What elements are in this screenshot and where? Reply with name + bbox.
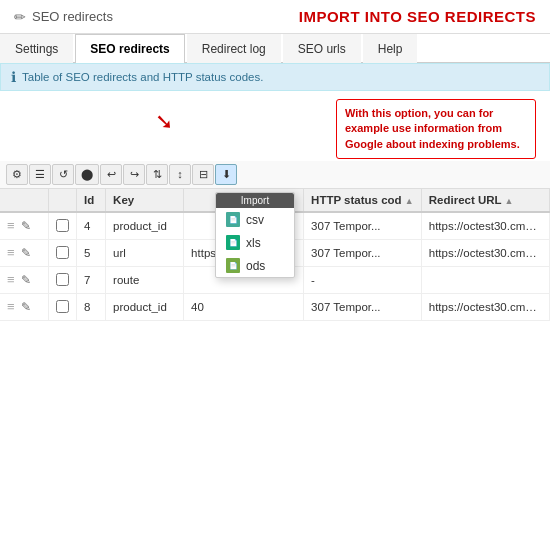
row3-url xyxy=(421,267,549,294)
col-status-header: HTTP status cod ▲ xyxy=(304,189,422,212)
row1-id: 4 xyxy=(76,212,105,240)
row1-key: product_id xyxy=(106,212,184,240)
csv-icon: 📄 xyxy=(226,212,240,227)
row4-key: product_id xyxy=(106,294,184,321)
redo-button[interactable]: ↪ xyxy=(123,164,145,185)
row4-value: 40 xyxy=(184,294,304,321)
refresh-button[interactable]: ↺ xyxy=(52,164,74,185)
header-title: SEO redirects xyxy=(32,9,113,24)
tab-settings[interactable]: Settings xyxy=(0,34,73,63)
drag-handle-icon[interactable]: ≡ xyxy=(7,272,15,287)
row2-key: url xyxy=(106,240,184,267)
row3-status: - xyxy=(304,267,422,294)
col-url-header: Redirect URL ▲ xyxy=(421,189,549,212)
col-checkbox-header xyxy=(48,189,76,212)
import-dropdown-menu: Import 📄 csv 📄 xls 📄 ods xyxy=(215,192,295,278)
import-dropdown-container: ⬇ Import 📄 csv 📄 xls 📄 ods xyxy=(215,164,237,185)
tab-seo-redirects[interactable]: SEO redirects xyxy=(75,34,184,63)
tabs-bar: Settings SEO redirects Redirect log SEO … xyxy=(0,34,550,63)
sort-arrows-status: ▲ xyxy=(405,196,414,206)
row2-checkbox-cell xyxy=(48,240,76,267)
menu-button[interactable]: ☰ xyxy=(29,164,51,185)
edit-button-row4[interactable]: ✎ xyxy=(18,299,34,315)
row2-actions: ≡ ✎ xyxy=(0,240,48,267)
drag-handle-icon[interactable]: ≡ xyxy=(7,299,15,314)
row1-url: https://octest30.cmstory.co... cinema-30 xyxy=(421,212,549,240)
arrow-icon: ➘ xyxy=(155,109,173,135)
csv-label: csv xyxy=(246,213,264,227)
row2-status: 307 Tempor... xyxy=(304,240,422,267)
row4-checkbox[interactable] xyxy=(56,300,69,313)
edit-button-row3[interactable]: ✎ xyxy=(18,272,34,288)
table-row: ≡ ✎ 8 product_id 40 307 Tempor... https:… xyxy=(0,294,550,321)
row2-id: 5 xyxy=(76,240,105,267)
row1-status: 307 Tempor... xyxy=(304,212,422,240)
sort-arrows-url: ▲ xyxy=(505,196,514,206)
settings-button[interactable]: ⚙ xyxy=(6,164,28,185)
col-key-label: Key xyxy=(113,194,134,206)
annotation-text: With this option, you can for example us… xyxy=(345,107,520,150)
row1-checkbox-cell xyxy=(48,212,76,240)
drag-handle-icon[interactable]: ≡ xyxy=(7,245,15,260)
col-id-header: Id xyxy=(76,189,105,212)
import-xls-item[interactable]: 📄 xls xyxy=(216,231,294,254)
annotation-box: With this option, you can for example us… xyxy=(336,99,536,159)
pencil-icon: ✏ xyxy=(14,9,26,25)
import-ods-item[interactable]: 📄 ods xyxy=(216,254,294,277)
col-status-label: HTTP status cod xyxy=(311,194,402,206)
tab-help[interactable]: Help xyxy=(363,34,418,63)
tab-redirect-log[interactable]: Redirect log xyxy=(187,34,281,63)
header-left: ✏ SEO redirects xyxy=(14,9,113,25)
import-button[interactable]: ⬇ xyxy=(215,164,237,185)
row4-actions: ≡ ✎ xyxy=(0,294,48,321)
undo-button[interactable]: ↩ xyxy=(100,164,122,185)
info-bar: ℹ Table of SEO redirects and HTTP status… xyxy=(0,63,550,91)
sort-desc-button[interactable]: ↕ xyxy=(169,164,191,185)
row3-actions: ≡ ✎ xyxy=(0,267,48,294)
col-actions-header xyxy=(0,189,48,212)
row2-checkbox[interactable] xyxy=(56,246,69,259)
row1-actions: ≡ ✎ xyxy=(0,212,48,240)
col-key-header: Key xyxy=(106,189,184,212)
info-icon: ℹ xyxy=(11,69,16,85)
row2-url: https://octest30.cmstory.co... cinema-30 xyxy=(421,240,549,267)
ods-label: ods xyxy=(246,259,265,273)
row3-key: route xyxy=(106,267,184,294)
col-url-label: Redirect URL xyxy=(429,194,502,206)
row3-checkbox-cell xyxy=(48,267,76,294)
sort-asc-button[interactable]: ⇅ xyxy=(146,164,168,185)
col-id-label: Id xyxy=(84,194,94,206)
toolbar: ⚙ ☰ ↺ ⬤ ↩ ↪ ⇅ ↕ ⊟ ⬇ Import 📄 csv 📄 xls xyxy=(0,161,550,189)
drag-handle-icon[interactable]: ≡ xyxy=(7,218,15,233)
row4-url: https://octest30.cmstory.co... xyxy=(421,294,549,321)
row1-checkbox[interactable] xyxy=(56,219,69,232)
stop-button[interactable]: ⬤ xyxy=(75,164,99,185)
xls-icon: 📄 xyxy=(226,235,240,250)
filter-button[interactable]: ⊟ xyxy=(192,164,214,185)
ods-icon: 📄 xyxy=(226,258,240,273)
info-text: Table of SEO redirects and HTTP status c… xyxy=(22,71,263,83)
import-csv-item[interactable]: 📄 csv xyxy=(216,208,294,231)
annotation-area: ➘ With this option, you can for example … xyxy=(0,91,550,161)
row4-status: 307 Tempor... xyxy=(304,294,422,321)
top-header: ✏ SEO redirects IMPORT INTO SEO REDIRECT… xyxy=(0,0,550,34)
row3-id: 7 xyxy=(76,267,105,294)
edit-button-row1[interactable]: ✎ xyxy=(18,218,34,234)
tab-seo-urls[interactable]: SEO urls xyxy=(283,34,361,63)
row3-checkbox[interactable] xyxy=(56,273,69,286)
edit-button-row2[interactable]: ✎ xyxy=(18,245,34,261)
import-dropdown-label: Import xyxy=(216,193,294,208)
import-heading: IMPORT INTO SEO REDIRECTS xyxy=(299,8,536,25)
row4-checkbox-cell xyxy=(48,294,76,321)
xls-label: xls xyxy=(246,236,261,250)
row4-id: 8 xyxy=(76,294,105,321)
